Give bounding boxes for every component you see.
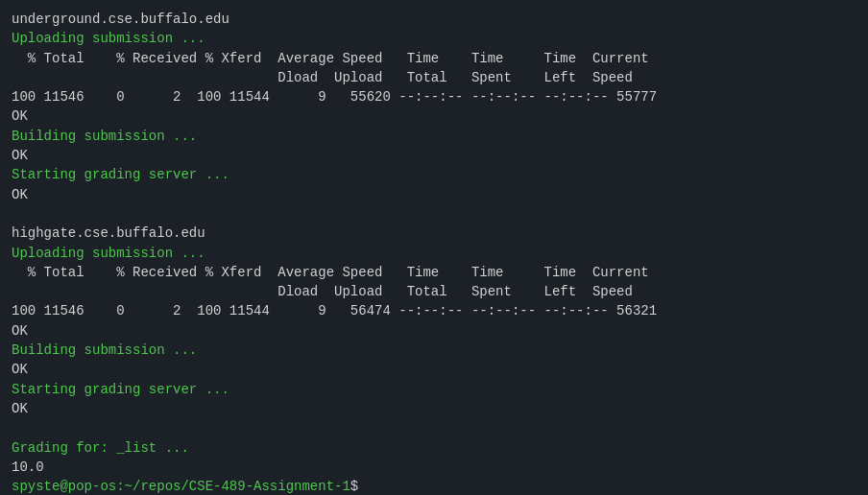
white-line: highgate.cse.buffalo.edu <box>12 224 856 243</box>
prompt-dollar: $ <box>350 479 358 494</box>
white-line: OK <box>12 360 856 379</box>
white-line: underground.cse.buffalo.edu <box>12 10 856 29</box>
white-line: 10.0 <box>12 458 856 477</box>
white-line: OK <box>12 185 856 204</box>
green-line: Uploading submission ... <box>12 29 856 48</box>
green-line: Starting grading server ... <box>12 165 856 184</box>
terminal: underground.cse.buffalo.eduUploading sub… <box>0 0 868 495</box>
prompt-line: spyste@pop-os:~/repos/CSE-489-Assignment… <box>12 477 856 495</box>
white-line: Dload Upload Total Spent Left Speed <box>12 282 856 301</box>
blank-line <box>12 204 856 224</box>
white-line: OK <box>12 146 856 165</box>
white-line: 100 11546 0 2 100 11544 9 56474 --:--:--… <box>12 301 856 320</box>
green-line: Uploading submission ... <box>12 244 856 263</box>
white-line: 100 11546 0 2 100 11544 9 55620 --:--:--… <box>12 87 856 106</box>
white-line: OK <box>12 106 856 126</box>
white-line: % Total % Received % Xferd Average Speed… <box>12 49 856 68</box>
white-line: % Total % Received % Xferd Average Speed… <box>12 263 856 282</box>
green-line: Building submission ... <box>12 341 856 360</box>
white-line: OK <box>12 399 856 418</box>
blank-line <box>12 418 856 437</box>
green-line: Building submission ... <box>12 127 856 146</box>
prompt-path: :~/repos/CSE-489-Assignment-1 <box>116 479 350 494</box>
green-line: Starting grading server ... <box>12 380 856 399</box>
green-line: Grading for: _list ... <box>12 438 856 458</box>
white-line: Dload Upload Total Spent Left Speed <box>12 68 856 87</box>
white-line: OK <box>12 321 856 341</box>
prompt-user-host: spyste@pop-os <box>12 479 116 494</box>
